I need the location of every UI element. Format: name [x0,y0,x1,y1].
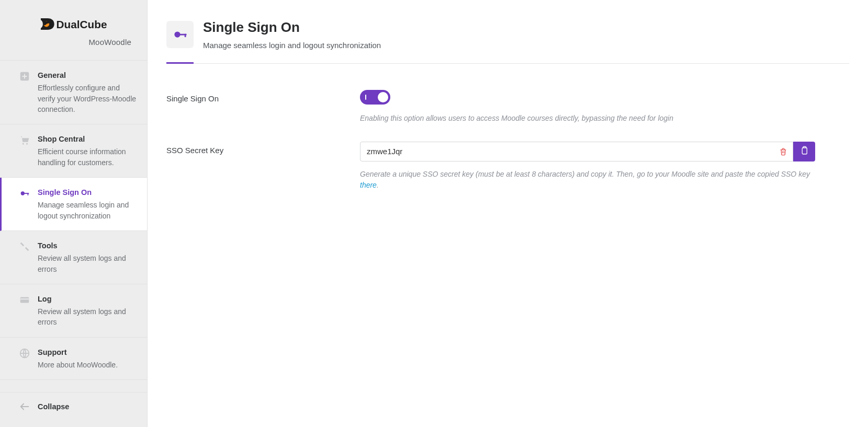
tools-icon [19,241,30,252]
page-key-icon [166,21,194,48]
toggle-knob [378,92,388,102]
key-icon [19,188,30,199]
sidebar-item-desc: Review all system logs and errors [38,306,137,328]
svg-rect-3 [22,76,27,77]
page-subtitle: Manage seamless login and logout synchro… [203,40,381,51]
sidebar-item-desc: More about MooWoodle. [38,360,137,370]
page-title: Single Sign On [203,18,381,37]
clipboard-icon [799,146,809,157]
sidebar-item-desc: Efficient course information handling fo… [38,146,137,168]
sidebar-item-tools[interactable]: Tools Review all system logs and errors [0,231,147,284]
sidebar-item-support[interactable]: Support More about MooWoodle. [0,338,147,380]
label-sso-toggle: Single Sign On [166,90,339,104]
help-sso-key-text: Generate a unique SSO secret key (must b… [360,170,810,178]
help-sso-key-post: . [377,181,379,189]
collapse-label: Collapse [38,401,69,412]
sidebar-item-label: Support [38,347,137,357]
copy-button[interactable] [793,142,815,161]
brand-block: DualCube MooWoodle [0,9,147,60]
sidebar-item-general[interactable]: General Effortlessly configure and verif… [0,61,147,124]
sidebar-item-label: Single Sign On [38,187,137,198]
moodle-link[interactable]: there [360,181,377,189]
toggle-on-indicator [365,95,366,100]
active-tab-indicator [166,62,194,64]
svg-point-6 [21,191,25,195]
help-sso-toggle: Enabling this option allows users to acc… [360,113,815,124]
svg-rect-10 [20,298,29,299]
help-sso-key: Generate a unique SSO secret key (must b… [360,169,815,191]
sidebar-item-desc: Review all system logs and errors [38,253,137,274]
tab-strip [166,63,849,64]
svg-rect-9 [20,297,29,303]
brand-logo: DualCube [16,15,131,33]
sidebar-item-label: Shop Central [38,134,137,144]
main-content: Single Sign On Manage seamless login and… [148,0,868,427]
sidebar-item-shop[interactable]: Shop Central Efficient course informatio… [0,124,147,178]
svg-point-5 [26,143,28,145]
row-sso-toggle: Single Sign On Enabling this option allo… [166,90,849,124]
svg-rect-8 [28,193,29,195]
sidebar-item-desc: Effortlessly configure and verify your W… [38,83,137,114]
card-icon [19,294,30,306]
sidebar-item-label: Log [38,294,137,304]
sidebar-item-desc: Manage seamless login and logout synchro… [38,200,137,221]
trash-icon[interactable] [779,147,788,156]
svg-rect-14 [185,33,186,37]
sidebar-item-log[interactable]: Log Review all system logs and errors [0,284,147,338]
svg-rect-15 [802,148,807,154]
sidebar-nav: General Effortlessly configure and verif… [0,60,147,392]
sidebar-item-sso[interactable]: Single Sign On Manage seamless login and… [0,178,147,231]
globe-icon [19,348,30,359]
arrow-left-icon [19,401,30,412]
sidebar-item-label: General [38,70,137,80]
row-sso-key: SSO Secret Key [166,142,849,191]
brand-product: MooWoodle [16,37,131,48]
brand-name-text: DualCube [57,18,107,30]
label-sso-key: SSO Secret Key [166,142,339,156]
sidebar-collapse[interactable]: Collapse [0,392,147,422]
sidebar-item-label: Tools [38,240,137,251]
sidebar: DualCube MooWoodle General Effortlessly … [0,0,148,427]
cart-icon [19,134,30,146]
plus-box-icon [19,71,30,82]
svg-point-4 [22,143,24,145]
sso-toggle[interactable] [360,90,390,105]
page-header: Single Sign On Manage seamless login and… [148,0,868,63]
sso-key-input[interactable] [360,142,793,161]
